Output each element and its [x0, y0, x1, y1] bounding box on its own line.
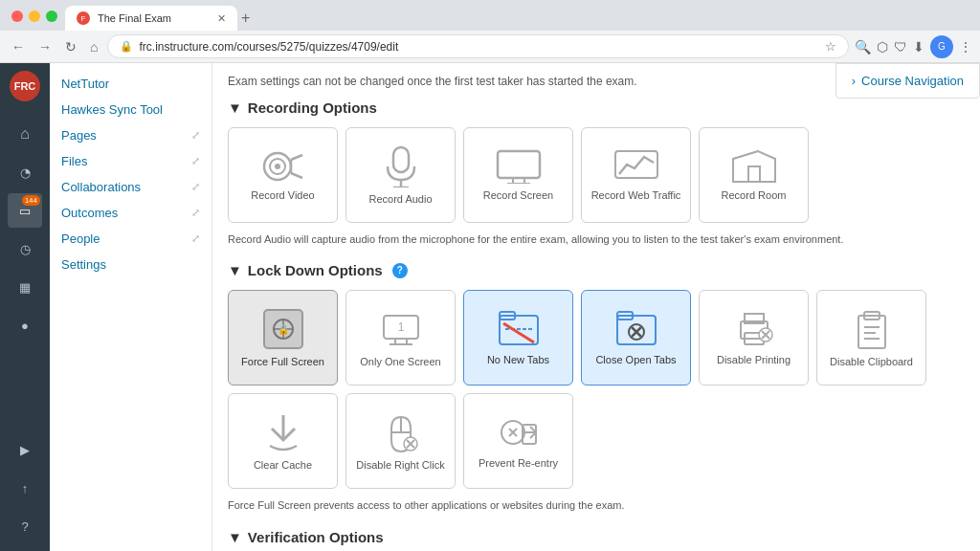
course-navigation-label: Course Navigation [861, 74, 964, 88]
window-close[interactable] [11, 11, 23, 22]
forward-button[interactable]: → [34, 35, 56, 58]
disable-printing-card[interactable]: Disable Printing [699, 290, 809, 386]
sidebar-label-hawkes: Hawkes Sync Tool [61, 102, 163, 117]
recording-toggle-icon: ▼ [228, 99, 242, 116]
record-audio-card[interactable]: Record Audio [345, 127, 456, 223]
disable-clipboard-label: Disable Clipboard [830, 356, 913, 367]
svg-line-32 [503, 323, 534, 342]
extension-icon[interactable]: ⬡ [877, 39, 888, 55]
course-sidebar: NetTutor Hawkes Sync Tool Pages ⤢ Files … [50, 63, 212, 551]
screen-icon [496, 149, 542, 184]
window-maximize[interactable] [46, 11, 57, 22]
sidebar-label-nettutor: NetTutor [61, 77, 109, 91]
menu-icon[interactable]: ⋮ [959, 39, 972, 55]
sidebar-item-outcomes[interactable]: Outcomes ⤢ [50, 200, 212, 226]
force-full-screen-wrapper: 🔒 Force Full Screen [228, 290, 338, 386]
record-screen-label: Record Screen [483, 189, 553, 201]
no-right-click-icon [382, 411, 420, 453]
external-link-icon: ⤢ [191, 129, 200, 142]
verification-toggle-icon: ▼ [228, 529, 242, 545]
record-screen-card[interactable]: Record Screen [463, 127, 573, 223]
home-button[interactable]: ⌂ [86, 35, 101, 58]
lockdown-help-badge[interactable]: ? [392, 263, 408, 278]
disable-right-click-card[interactable]: Disable Right Click [345, 393, 456, 489]
main-content: Exam settings can not be changed once th… [212, 63, 980, 551]
nav-icon-calendar[interactable]: ◔ [8, 155, 42, 189]
sidebar-item-files[interactable]: Files ⤢ [50, 148, 212, 174]
record-room-card[interactable]: Record Room [699, 127, 809, 223]
security-lock-icon: 🔒 [120, 40, 133, 53]
sidebar-item-hawkes[interactable]: Hawkes Sync Tool [50, 97, 212, 122]
tab-close-button[interactable]: ✕ [217, 12, 226, 25]
sidebar-label-collaborations: Collaborations [61, 180, 141, 194]
nav-icon-groups[interactable]: ● [8, 308, 42, 342]
no-new-tabs-card[interactable]: No New Tabs [463, 290, 573, 386]
window-minimize[interactable] [29, 11, 40, 22]
back-button[interactable]: ← [8, 35, 29, 58]
sidebar-item-settings[interactable]: Settings [50, 252, 212, 277]
nav-icon-inbox[interactable]: ▭ 144 [8, 193, 42, 228]
svg-rect-11 [498, 151, 540, 178]
course-navigation-button[interactable]: › Course Navigation [835, 63, 980, 99]
svg-text:1: 1 [397, 320, 404, 334]
record-video-card[interactable]: Record Video [228, 127, 338, 223]
clear-cache-card[interactable]: Clear Cache [228, 393, 338, 489]
prevent-reentry-card[interactable]: Prevent Re-entry [463, 393, 573, 489]
chart-icon [613, 149, 659, 184]
browser-tab[interactable]: F The Final Exam ✕ [65, 6, 237, 31]
svg-line-5 [291, 155, 302, 160]
nav-icon-studio[interactable]: ▶ [8, 432, 42, 467]
verification-options-header[interactable]: ▼ Verification Options [228, 529, 965, 545]
sidebar-item-pages[interactable]: Pages ⤢ [50, 122, 212, 148]
lockdown-options-label: Lock Down Options [248, 262, 383, 278]
lockdown-options-header[interactable]: ▼ Lock Down Options ? [228, 262, 965, 278]
sidebar-item-people[interactable]: People ⤢ [50, 226, 212, 252]
external-link-icon: ⤢ [191, 181, 200, 193]
global-nav: FRC ⌂ ◔ ▭ 144 ◷ ▦ ● ▶ ↑ ? [0, 63, 50, 551]
sidebar-label-pages: Pages [61, 128, 97, 143]
nav-icon-history[interactable]: ◷ [8, 231, 42, 266]
svg-text:F: F [81, 14, 86, 23]
record-audio-label: Record Audio [368, 193, 432, 205]
nav-icon-commons[interactable]: ↑ [8, 471, 42, 505]
lockdown-toggle-icon: ▼ [228, 262, 242, 278]
mic-icon [384, 145, 418, 187]
url-display: frc.instructure.com/courses/5275/quizzes… [139, 40, 819, 54]
disable-right-click-label: Disable Right Click [356, 459, 444, 471]
nav-icon-courses[interactable]: ▦ [8, 270, 42, 304]
sidebar-item-nettutor[interactable]: NetTutor [50, 71, 212, 97]
video-icon [260, 149, 306, 184]
search-icon[interactable]: 🔍 [855, 39, 871, 55]
recording-cards-grid: Record Video Record Audio Record Screen [228, 127, 965, 223]
address-bar[interactable]: 🔒 frc.instructure.com/courses/5275/quizz… [107, 34, 849, 58]
nav-icon-home[interactable]: ⌂ [8, 117, 42, 151]
disable-clipboard-card[interactable]: Disable Clipboard [816, 290, 926, 386]
no-tabs-icon [498, 310, 540, 348]
no-print-icon [733, 310, 775, 348]
download-icon[interactable]: ⬇ [913, 39, 924, 55]
close-open-tabs-card[interactable]: Close Open Tabs [581, 290, 691, 386]
external-link-icon: ⤢ [191, 232, 200, 245]
no-new-tabs-label: No New Tabs [487, 354, 549, 365]
record-web-traffic-card[interactable]: Record Web Traffic [581, 127, 691, 223]
recording-options-header[interactable]: ▼ Recording Options [228, 99, 965, 116]
close-tabs-icon [615, 310, 657, 348]
external-link-icon: ⤢ [191, 155, 200, 167]
chevron-right-icon: › [852, 74, 856, 88]
tab-favicon: F [77, 11, 90, 25]
prevent-reentry-label: Prevent Re-entry [479, 457, 558, 469]
clear-cache-icon [264, 411, 302, 453]
sidebar-item-collaborations[interactable]: Collaborations ⤢ [50, 174, 212, 200]
force-full-screen-card[interactable]: 🔒 Force Full Screen [228, 290, 338, 386]
tab-title: The Final Exam [98, 12, 210, 24]
nav-icon-help[interactable]: ? [8, 509, 42, 543]
bookmark-icon[interactable]: ☆ [825, 39, 836, 54]
reload-button[interactable]: ↻ [61, 35, 80, 58]
shield-icon[interactable]: 🛡 [894, 39, 907, 55]
user-avatar[interactable]: FRC [10, 71, 40, 101]
profile-avatar[interactable]: G [930, 35, 953, 58]
lockdown-cards-grid: 🔒 Force Full Screen 1 Only One Screen [228, 290, 965, 489]
only-one-screen-card[interactable]: 1 Only One Screen [345, 290, 456, 386]
fullscreen-icon: 🔒 [262, 308, 304, 350]
new-tab-button[interactable]: + [237, 6, 254, 31]
